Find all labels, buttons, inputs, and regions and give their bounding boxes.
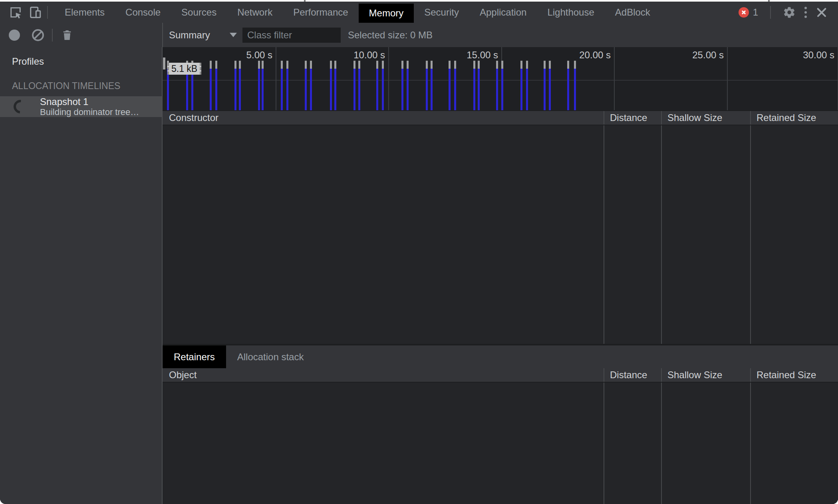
column-header-distance[interactable]: Distance (604, 111, 647, 125)
column-divider[interactable] (750, 368, 751, 382)
time-tick-label: 5.00 s (212, 50, 272, 61)
allocation-bar-cap (286, 61, 288, 69)
delete-profile-trash-icon[interactable] (61, 29, 73, 42)
time-gridline (276, 47, 276, 110)
tab-security[interactable]: Security (414, 2, 469, 23)
column-header-shallow-size[interactable]: Shallow Size (661, 111, 722, 125)
tabbar-right-controls: 1 (739, 5, 838, 20)
allocation-bar (426, 69, 428, 111)
allocation-timelines-section-title: ALLOCATION TIMELINES (0, 67, 162, 96)
object-grid-body (163, 383, 838, 504)
tab-application[interactable]: Application (469, 2, 537, 23)
timeline-chart[interactable]: 5.1 kB 5.00 s10.00 s15.00 s20.00 s25.00 … (163, 47, 838, 111)
tabbar-right-divider (770, 6, 771, 19)
column-divider[interactable] (661, 368, 662, 382)
snapshot-status: Building dominator tree… (40, 107, 139, 117)
column-divider[interactable] (750, 111, 751, 125)
error-badge-icon[interactable] (739, 7, 749, 18)
tab-performance[interactable]: Performance (283, 2, 358, 23)
allocation-bar (191, 69, 193, 111)
allocation-bar-cap (305, 61, 307, 69)
allocation-bar (376, 69, 378, 111)
tab-lighthouse[interactable]: Lighthouse (537, 2, 604, 23)
allocation-bar-cap (262, 61, 264, 69)
allocation-bar-cap (281, 61, 283, 69)
settings-gear-icon[interactable] (783, 6, 796, 19)
allocation-bar (334, 69, 336, 111)
view-controls: Summary Selected size: 0 MB (163, 28, 433, 43)
record-heap-icon[interactable] (9, 30, 20, 41)
object-grid-header: Object Distance Shallow Size Retained Si… (163, 368, 838, 383)
column-header-distance[interactable]: Distance (604, 368, 647, 382)
time-tick-label: 25.00 s (664, 50, 724, 61)
perspective-select[interactable]: Summary (169, 30, 237, 41)
tab-sources[interactable]: Sources (171, 2, 227, 23)
devtools-tabbar: Elements Console Sources Network Perform… (0, 2, 838, 23)
allocation-bar-cap (376, 61, 378, 69)
profile-controls (0, 23, 163, 47)
tab-memory[interactable]: Memory (359, 4, 414, 23)
allocation-bar (401, 69, 403, 111)
allocation-bar (210, 69, 212, 111)
column-divider[interactable] (604, 368, 604, 382)
tab-network[interactable]: Network (227, 2, 283, 23)
snapshot-list-item[interactable]: Snapshot 1 Building dominator tree… (0, 96, 162, 117)
allocation-bar-cap (473, 61, 475, 69)
tab-elements[interactable]: Elements (54, 2, 115, 23)
allocation-bar (544, 69, 546, 111)
allocation-bar (167, 69, 169, 111)
column-divider (604, 383, 604, 504)
column-header-retained-size[interactable]: Retained Size (750, 368, 816, 382)
constructor-grid-header: Constructor Distance Shallow Size Retain… (163, 111, 838, 125)
time-tick-label: 20.00 s (551, 50, 611, 61)
tab-allocation-stack[interactable]: Allocation stack (226, 345, 315, 368)
allocation-bar-cap (353, 61, 355, 69)
devtools-window: Elements Console Sources Network Perform… (0, 2, 838, 504)
time-gridline (388, 47, 389, 110)
tab-console[interactable]: Console (115, 2, 171, 23)
inspect-element-icon[interactable] (9, 6, 22, 19)
allocation-bar-cap (574, 61, 576, 69)
allocation-bar (520, 69, 522, 111)
more-options-kebab-icon[interactable] (803, 5, 808, 20)
tab-retainers[interactable]: Retainers (163, 345, 226, 368)
panel-tabs: Elements Console Sources Network Perform… (54, 2, 661, 23)
selection-left-grip[interactable] (163, 58, 165, 69)
allocation-bar-cap (358, 61, 360, 69)
allocation-bar-cap (401, 61, 403, 69)
allocation-bar (234, 69, 236, 111)
allocation-bar (358, 69, 360, 111)
column-divider[interactable] (661, 111, 662, 125)
snapshot-name: Snapshot 1 (40, 97, 139, 107)
clear-profiles-icon[interactable] (32, 29, 44, 41)
allocation-bar-cap (426, 61, 428, 69)
column-header-object[interactable]: Object (163, 368, 197, 382)
allocation-bar-cap (526, 61, 528, 69)
device-toolbar-icon[interactable] (28, 5, 42, 20)
allocation-bar-cap (310, 61, 312, 69)
constructor-grid-body (163, 125, 838, 344)
column-divider (661, 125, 662, 344)
close-devtools-icon[interactable] (816, 6, 828, 18)
column-divider (750, 383, 751, 504)
allocation-bar (496, 69, 498, 111)
allocation-bar-cap (334, 61, 336, 69)
column-divider[interactable] (604, 111, 604, 125)
allocation-bar-cap (431, 61, 433, 69)
loading-spinner-icon (11, 97, 30, 116)
column-header-shallow-size[interactable]: Shallow Size (661, 368, 722, 382)
class-filter-input[interactable] (242, 28, 341, 43)
column-header-retained-size[interactable]: Retained Size (750, 111, 816, 125)
allocation-bar (286, 69, 288, 111)
allocation-bar-cap (478, 61, 480, 69)
error-count[interactable]: 1 (753, 7, 758, 18)
allocation-bar (549, 69, 551, 111)
profiles-title: Profiles (0, 47, 162, 67)
selection-size-label[interactable]: 5.1 kB (167, 63, 201, 75)
allocation-bar (449, 69, 451, 111)
tab-adblock[interactable]: AdBlock (605, 2, 661, 23)
column-header-constructor[interactable]: Constructor (163, 111, 218, 125)
allocation-bar-cap (330, 61, 332, 69)
allocation-bar (215, 69, 217, 111)
column-divider (661, 383, 662, 504)
